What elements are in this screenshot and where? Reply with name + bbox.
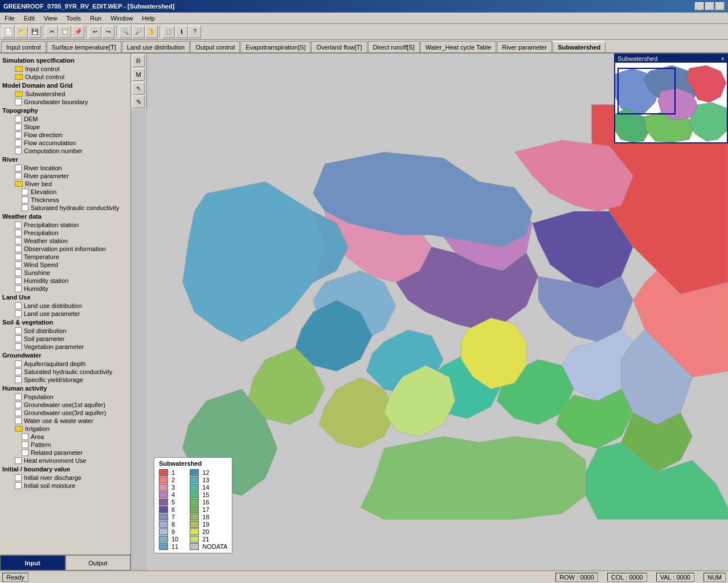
sidebar-item-gw-use-3rd[interactable]: Groundwater use(3rd aquifer): [1, 409, 129, 417]
checkbox-gw-use-3rd[interactable]: [15, 409, 22, 416]
sidebar-item-input-control[interactable]: Input control: [1, 65, 129, 73]
checkbox-comp-num[interactable]: [15, 147, 22, 154]
title-buttons[interactable]: _ □ ×: [695, 2, 725, 10]
checkbox-wind-speed[interactable]: [15, 261, 22, 268]
sidebar-item-sat-hyd-cond-gw[interactable]: Saturated hydraulic conductivity: [1, 368, 129, 376]
checkbox-land-use-dist[interactable]: [15, 302, 22, 309]
sidebar-item-subwatershed[interactable]: Subwatershed: [1, 90, 129, 98]
toolbar-save[interactable]: 💾: [28, 26, 41, 38]
sidebar-item-thickness[interactable]: Thickness: [1, 196, 129, 204]
sidebar-item-specific-yield[interactable]: Specific yield/storage: [1, 376, 129, 384]
toolbar-help[interactable]: ?: [189, 26, 201, 38]
checkbox-initial-soil[interactable]: [15, 482, 22, 489]
checkbox-temperature[interactable]: [15, 253, 22, 260]
checkbox-population[interactable]: [15, 393, 22, 400]
close-button[interactable]: ×: [715, 2, 725, 10]
checkbox-obs-point[interactable]: [15, 245, 22, 252]
sidebar-item-soil-param[interactable]: Soil parameter: [1, 335, 129, 343]
checkbox-aquifer-depth[interactable]: [15, 360, 22, 367]
checkbox-flow-acc[interactable]: [15, 139, 22, 146]
checkbox-gw-use-1st[interactable]: [15, 401, 22, 408]
sidebar-item-pattern[interactable]: Pattern: [1, 441, 129, 449]
toolbar-pan[interactable]: ✋: [145, 26, 158, 38]
checkbox-sat-hyd-cond-river[interactable]: [22, 204, 28, 211]
sidebar-item-river-bed[interactable]: River bed: [1, 180, 129, 188]
sidebar-item-humidity[interactable]: Humidity: [1, 285, 129, 293]
sidebar-item-gw-use-1st[interactable]: Groundwater use(1st aquifer): [1, 401, 129, 409]
sidebar-item-related-param[interactable]: Related parameter: [1, 449, 129, 457]
checkbox-sunshine[interactable]: [15, 269, 22, 276]
menu-file[interactable]: File: [2, 14, 17, 22]
sidebar-item-land-use-dist[interactable]: Land use distribution: [1, 302, 129, 310]
sidebar-item-initial-soil[interactable]: Initial soil moisture: [1, 482, 129, 490]
sidebar-item-water-use[interactable]: Water use & waste water: [1, 417, 129, 425]
sidebar-item-heat-env[interactable]: Heat environment Use: [1, 457, 129, 465]
sidebar-item-temperature[interactable]: Temperature: [1, 253, 129, 261]
checkbox-pattern[interactable]: [22, 441, 28, 448]
tab-land-use[interactable]: Land use distribution: [122, 41, 190, 52]
tool-draw[interactable]: ✎: [132, 96, 145, 108]
checkbox-precip-station[interactable]: [15, 221, 22, 228]
checkbox-heat-env[interactable]: [15, 457, 22, 464]
sidebar-item-precipitation[interactable]: Precipitation: [1, 229, 129, 237]
sidebar-item-weather-station[interactable]: Weather station: [1, 237, 129, 245]
toolbar-new[interactable]: 📄: [2, 26, 15, 38]
toolbar-redo[interactable]: ↪: [102, 26, 114, 38]
toolbar-paste[interactable]: 📌: [72, 26, 84, 38]
menu-help[interactable]: Help: [140, 14, 157, 22]
sidebar-item-population[interactable]: Population: [1, 393, 129, 401]
toolbar-cut[interactable]: ✂: [46, 26, 58, 38]
checkbox-weather-station[interactable]: [15, 237, 22, 244]
checkbox-area[interactable]: [22, 433, 28, 440]
sidebar-item-comp-num[interactable]: Computation number: [1, 147, 129, 155]
checkbox-humidity[interactable]: [15, 285, 22, 292]
sidebar-item-humidity-station[interactable]: Humidity station: [1, 277, 129, 285]
sidebar-item-river-param[interactable]: River parameter: [1, 172, 129, 180]
sidebar-item-flow-dir[interactable]: Flow direction: [1, 131, 129, 139]
minimize-button[interactable]: _: [695, 2, 704, 10]
tab-surface-temp[interactable]: Surface temperature[T]: [47, 41, 121, 52]
sidebar-item-sat-hyd-cond-river[interactable]: Saturated hydraulic conductivity: [1, 204, 129, 212]
sidebar-item-initial-river[interactable]: Initial river discharge: [1, 474, 129, 482]
tab-subwatershed[interactable]: Subwatershed: [553, 41, 606, 52]
checkbox-sat-hyd-cond-gw[interactable]: [15, 368, 22, 375]
sidebar-tab-input[interactable]: Input: [0, 555, 66, 570]
checkbox-slope[interactable]: [15, 124, 22, 130]
checkbox-thickness[interactable]: [22, 196, 28, 203]
checkbox-precipitation[interactable]: [15, 229, 22, 236]
sidebar-item-land-use-param[interactable]: Land use parameter: [1, 310, 129, 318]
menu-run[interactable]: Run: [88, 14, 104, 22]
checkbox-dem[interactable]: [15, 116, 22, 122]
toolbar-select[interactable]: ⬚: [162, 26, 175, 38]
sidebar-item-flow-acc[interactable]: Flow accumulation: [1, 139, 129, 147]
tab-output-control[interactable]: Output control: [190, 41, 240, 52]
tab-direct-runoff[interactable]: Direct runoff[S]: [368, 41, 420, 52]
sidebar-item-sunshine[interactable]: Sunshine: [1, 269, 129, 277]
checkbox-initial-river[interactable]: [15, 474, 22, 481]
checkbox-flow-dir[interactable]: [15, 132, 22, 138]
sidebar-item-aquifer-depth[interactable]: Aquifer/aquitard depth: [1, 360, 129, 368]
tab-river-param[interactable]: River parameter: [497, 41, 552, 52]
checkbox-humidity-station[interactable]: [15, 277, 22, 284]
sidebar-item-obs-point[interactable]: Observation point information: [1, 245, 129, 253]
tab-overland-flow[interactable]: Overland flow[T]: [311, 41, 367, 52]
tool-select[interactable]: ↖: [132, 82, 145, 95]
sidebar-item-gw-boundary[interactable]: Groundwater boundary: [1, 98, 129, 106]
sidebar-item-irrigation[interactable]: Irrigation: [1, 425, 129, 433]
watershed-large-left[interactable]: [182, 182, 325, 342]
toolbar-open[interactable]: 📂: [15, 26, 28, 38]
toolbar-copy[interactable]: 📋: [59, 26, 71, 38]
menu-window[interactable]: Window: [108, 14, 135, 22]
checkbox-elevation[interactable]: [22, 188, 28, 195]
sidebar-item-soil-dist[interactable]: Soil distribution: [1, 327, 129, 335]
tool-reset[interactable]: R: [132, 55, 145, 67]
sidebar-item-area[interactable]: Area: [1, 433, 129, 441]
tab-evapotranspiration[interactable]: Evapotranspiration[S]: [240, 41, 310, 52]
checkbox-land-use-param[interactable]: [15, 310, 22, 317]
checkbox-soil-param[interactable]: [15, 335, 22, 342]
sidebar-scroll[interactable]: Simulation specification Input control O…: [0, 54, 130, 555]
sidebar-tab-output[interactable]: Output: [66, 555, 131, 570]
sidebar-item-slope[interactable]: Slope: [1, 123, 129, 131]
toolbar-zoom-out[interactable]: 🔎: [132, 26, 145, 38]
tab-input-control[interactable]: Input control: [1, 41, 46, 52]
